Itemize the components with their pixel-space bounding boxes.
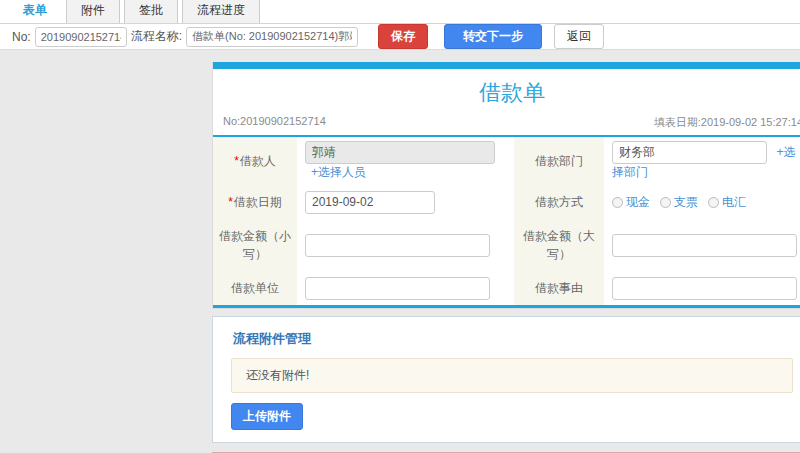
attachments-panel: 流程附件管理 还没有附件! 上传附件	[212, 316, 800, 443]
flow-name-label: 流程名称:	[131, 28, 182, 45]
method-radio-group: 现金 支票 电汇	[612, 194, 800, 211]
table-row: *借款日期 借款方式 现金 支票 电汇	[213, 185, 800, 219]
screen: 表单 附件 签批 流程进度 No: 流程名称: 保存 转交下一步 返回 借款单 …	[0, 0, 800, 453]
back-button[interactable]: 返回	[554, 24, 604, 49]
select-person-link[interactable]: +选择人员	[311, 165, 366, 179]
form-no-text: No:20190902152714	[223, 115, 326, 130]
unit-input[interactable]	[305, 277, 490, 300]
amount-lower-input[interactable]	[305, 234, 490, 257]
department-input[interactable]	[612, 141, 767, 164]
form-title: 借款单	[213, 69, 800, 112]
save-button[interactable]: 保存	[378, 24, 428, 49]
action-bar: No: 流程名称: 保存 转交下一步 返回	[0, 24, 800, 50]
method-label: 借款方式	[514, 185, 604, 219]
no-label: No:	[12, 30, 31, 44]
loan-form-table: *借款人 +选择人员 借款部门 +选择部门 *借款日期 借款方式	[213, 137, 800, 305]
page-area: 借款单 No:20190902152714 填表日期:2019-09-02 15…	[0, 50, 800, 453]
loan-date-label: *借款日期	[213, 185, 297, 219]
flow-name-input[interactable]	[186, 27, 358, 47]
amount-upper-label: 借款金额（大写）	[514, 219, 604, 271]
unit-label: 借款单位	[213, 271, 297, 305]
reason-input[interactable]	[612, 277, 797, 300]
attachments-heading: 流程附件管理	[213, 317, 800, 358]
tab-attachments[interactable]: 附件	[66, 0, 120, 23]
department-label: 借款部门	[514, 137, 604, 185]
tab-form[interactable]: 表单	[8, 0, 62, 23]
table-row: 借款单位 借款事由	[213, 271, 800, 305]
next-step-button[interactable]: 转交下一步	[444, 24, 542, 49]
no-attachments-alert: 还没有附件!	[231, 358, 793, 393]
tab-approval[interactable]: 签批	[124, 0, 178, 23]
upload-attachment-button[interactable]: 上传附件	[231, 403, 303, 430]
borrower-input[interactable]	[305, 141, 495, 164]
radio-cheque[interactable]: 支票	[660, 194, 698, 211]
radio-icon	[660, 197, 671, 208]
tab-progress[interactable]: 流程进度	[182, 0, 260, 23]
no-input[interactable]	[35, 27, 127, 47]
divider-line-bottom	[213, 305, 800, 308]
reason-label: 借款事由	[514, 271, 604, 305]
panel-accent-bar	[213, 62, 800, 69]
form-date-text: 填表日期:2019-09-02 15:27:14	[654, 115, 800, 130]
radio-icon	[612, 197, 623, 208]
loan-form-panel: 借款单 No:20190902152714 填表日期:2019-09-02 15…	[212, 62, 800, 309]
tab-bar: 表单 附件 签批 流程进度	[0, 0, 800, 24]
amount-upper-input[interactable]	[612, 234, 797, 257]
radio-icon	[708, 197, 719, 208]
radio-cash[interactable]: 现金	[612, 194, 650, 211]
table-row: 借款金额（小写） 借款金额（大写）	[213, 219, 800, 271]
borrower-label: *借款人	[213, 137, 297, 185]
amount-lower-label: 借款金额（小写）	[213, 219, 297, 271]
loan-date-input[interactable]	[305, 191, 435, 214]
radio-wire[interactable]: 电汇	[708, 194, 746, 211]
form-meta-row: No:20190902152714 填表日期:2019-09-02 15:27:…	[213, 112, 800, 135]
table-row: *借款人 +选择人员 借款部门 +选择部门	[213, 137, 800, 185]
